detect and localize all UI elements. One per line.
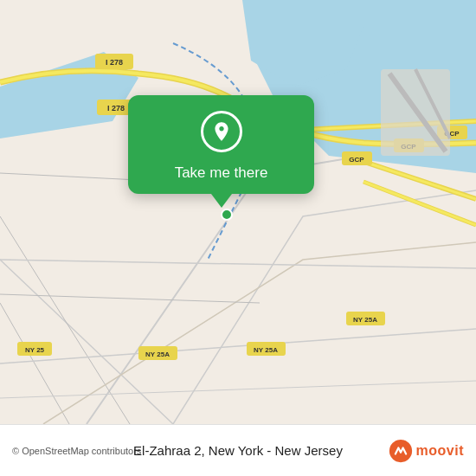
take-me-there-button[interactable]: Take me there	[175, 164, 268, 182]
location-pin-icon	[210, 120, 233, 143]
svg-text:GCP: GCP	[349, 156, 364, 164]
svg-text:NY 25A: NY 25A	[145, 351, 170, 358]
map-background: I 278 I 278 I 278 GCP GCP GCP	[0, 0, 476, 424]
moovit-brand-text: moovit	[416, 443, 464, 459]
svg-text:I 278: I 278	[107, 104, 125, 113]
moovit-logo[interactable]: moovit	[389, 439, 464, 463]
map-container[interactable]: I 278 I 278 I 278 GCP GCP GCP	[0, 0, 476, 424]
moovit-icon	[389, 439, 413, 463]
popup-card: Take me there	[128, 95, 314, 194]
svg-text:NY 25A: NY 25A	[254, 346, 278, 354]
svg-text:NY 25: NY 25	[25, 346, 45, 354]
svg-text:NY 25A: NY 25A	[353, 316, 377, 324]
location-icon-circle	[201, 111, 242, 152]
bottom-bar: © OpenStreetMap contributors El-Zahraa 2…	[0, 424, 476, 476]
svg-text:I 278: I 278	[106, 58, 123, 67]
location-name: El-Zahraa 2, New York - New Jersey	[133, 443, 343, 458]
svg-point-27	[222, 209, 232, 220]
attribution-text: © OpenStreetMap contributors	[12, 446, 141, 456]
